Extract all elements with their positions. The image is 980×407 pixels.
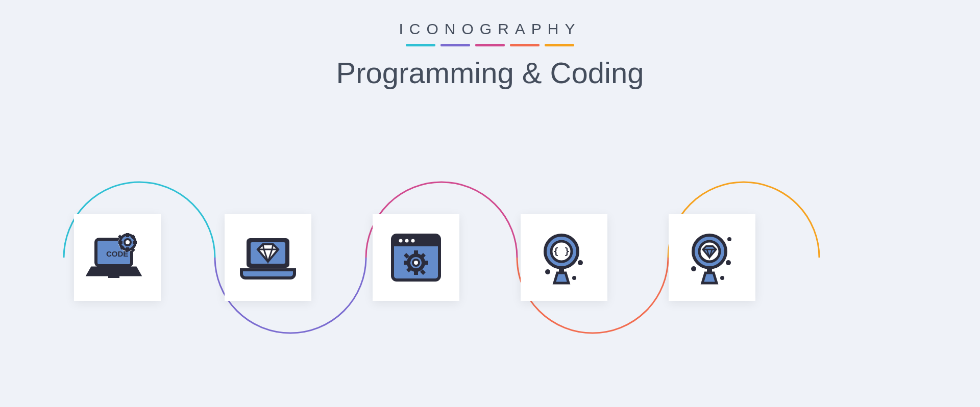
- svg-point-27: [572, 276, 576, 280]
- underline-pink: [475, 44, 505, 46]
- palette-underlines: [0, 44, 980, 46]
- svg-point-25: [578, 260, 583, 265]
- svg-point-33: [726, 260, 731, 265]
- magnifier-code-icon: { }: [521, 214, 607, 301]
- svg-point-12: [399, 239, 403, 243]
- underline-orange: [510, 44, 540, 46]
- magnifier-diamond-icon: [669, 214, 755, 301]
- svg-point-35: [720, 276, 724, 280]
- svg-point-36: [727, 237, 731, 241]
- big-title: Programming & Coding: [0, 56, 980, 90]
- laptop-code-gear-icon: CODE: [74, 214, 161, 301]
- underline-amber: [545, 44, 574, 46]
- laptop-diamond-icon: [225, 214, 311, 301]
- header: ICONOGRAPHY Programming & Coding: [0, 20, 980, 90]
- svg-point-34: [691, 266, 696, 271]
- svg-point-13: [405, 239, 409, 243]
- svg-point-14: [411, 239, 415, 243]
- underline-purple: [440, 44, 470, 46]
- small-title: ICONOGRAPHY: [0, 20, 980, 38]
- svg-point-26: [545, 269, 550, 274]
- svg-text:{ }: { }: [553, 246, 570, 257]
- browser-gear-icon: [373, 214, 459, 301]
- underline-cyan: [406, 44, 435, 46]
